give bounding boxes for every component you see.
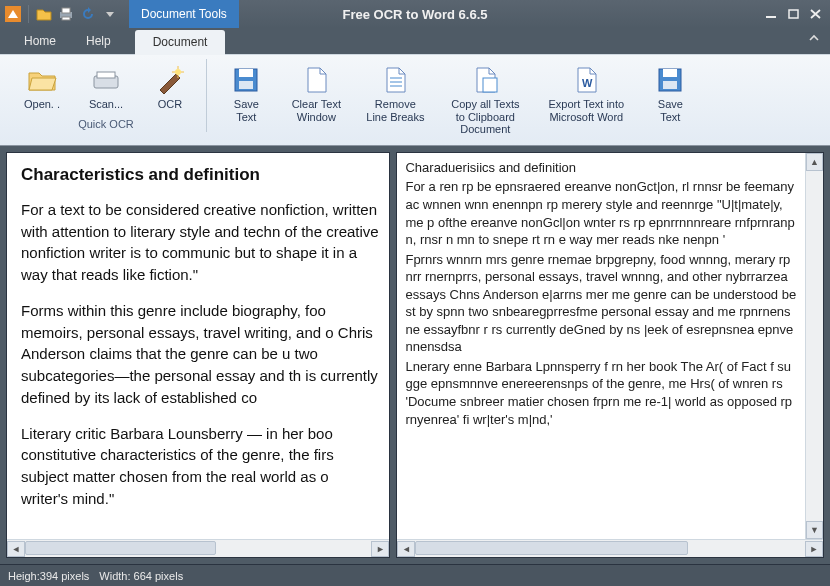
export-word-button[interactable]: W Export Text into Microsoft Word xyxy=(536,59,636,141)
doc-paragraph: Forms within this genre include biograph… xyxy=(21,300,379,409)
horizontal-scrollbar[interactable]: ◄ ► xyxy=(7,539,389,557)
clear-text-button[interactable]: Clear Text Window xyxy=(280,59,352,141)
copy-clipboard-label: Copy all Texts to Clipboard Document xyxy=(451,98,519,136)
ocr-label: OCR xyxy=(158,98,182,111)
export-word-label: Export Text into Microsoft Word xyxy=(549,98,625,123)
qat-print-icon[interactable] xyxy=(57,5,75,23)
scroll-left-icon[interactable]: ◄ xyxy=(397,541,415,557)
horizontal-scrollbar[interactable]: ◄ ► xyxy=(397,539,823,557)
svg-rect-11 xyxy=(239,81,253,89)
ocr-heading: Charaduerisiics and definition xyxy=(405,159,797,177)
svg-rect-10 xyxy=(239,69,253,77)
scroll-thumb[interactable] xyxy=(25,541,216,555)
scan-button[interactable]: Scan... xyxy=(76,59,136,116)
clipboard-icon xyxy=(469,64,501,96)
save-icon xyxy=(230,64,262,96)
vertical-scrollbar[interactable]: ▲ ▼ xyxy=(805,153,823,539)
tab-help[interactable]: Help xyxy=(80,30,117,54)
save-text-button[interactable]: Save Text xyxy=(216,59,276,141)
source-image-pane: Characteristics and definition For a tex… xyxy=(6,152,390,558)
svg-rect-2 xyxy=(62,8,70,13)
word-doc-icon: W xyxy=(570,64,602,96)
scroll-up-icon[interactable]: ▲ xyxy=(806,153,823,171)
svg-rect-4 xyxy=(766,16,776,18)
save-text-label: Save Text xyxy=(234,98,259,123)
tab-home[interactable]: Home xyxy=(18,30,62,54)
close-button[interactable] xyxy=(808,7,824,21)
contextual-tab-group: Document Tools xyxy=(129,0,239,28)
content-area: Characteristics and definition For a tex… xyxy=(0,146,830,564)
save-text-label-2: Save Text xyxy=(658,98,683,123)
tab-document[interactable]: Document xyxy=(135,30,226,55)
doc-heading: Characteristics and definition xyxy=(21,165,379,185)
tab-row: Home Help Document xyxy=(0,28,830,54)
scan-label: Scan... xyxy=(89,98,123,111)
maximize-button[interactable] xyxy=(786,7,802,21)
status-height: Heigh:394 pixels xyxy=(8,570,89,582)
svg-rect-5 xyxy=(789,10,798,18)
remove-breaks-label: Remove Line Breaks xyxy=(366,98,424,123)
ocr-text-view[interactable]: Charaduerisiics and definition For a ren… xyxy=(397,153,805,539)
wand-icon xyxy=(154,64,186,96)
status-width: Width: 664 pixels xyxy=(99,570,183,582)
ocr-paragraph: For a ren rp be epnsraered ereanve nonGc… xyxy=(405,178,797,248)
doc-paragraph: Literary critic Barbara Lounsberry — in … xyxy=(21,423,379,510)
ocr-paragraph: Fprnrs wnnrn mrs genre rnemae brpgrepny,… xyxy=(405,251,797,356)
app-icon xyxy=(4,5,22,23)
qat-open-icon[interactable] xyxy=(35,5,53,23)
save-text-button-2[interactable]: Save Text xyxy=(640,59,700,141)
ribbon-group-quick-ocr: Open. . Scan... OCR Quick OCR xyxy=(6,59,207,132)
ribbon-group-text: Save Text Clear Text Window Remove Line … xyxy=(210,59,706,143)
svg-rect-16 xyxy=(663,81,677,89)
contextual-tab-label: Document Tools xyxy=(141,7,227,21)
qat-refresh-icon[interactable] xyxy=(79,5,97,23)
svg-rect-15 xyxy=(663,69,677,77)
doc-paragraph: For a text to be considered creative non… xyxy=(21,199,379,286)
save-icon xyxy=(654,64,686,96)
minimize-button[interactable] xyxy=(764,7,780,21)
folder-open-icon xyxy=(26,64,58,96)
ocr-button[interactable]: OCR xyxy=(140,59,200,116)
ocr-paragraph: Lnerary enne Barbara Lpnnsperry f rn her… xyxy=(405,358,797,428)
copy-clipboard-button[interactable]: Copy all Texts to Clipboard Document xyxy=(438,59,532,141)
svg-rect-7 xyxy=(97,72,115,78)
clear-text-label: Clear Text Window xyxy=(292,98,341,123)
page-blank-icon xyxy=(300,64,332,96)
scanner-icon xyxy=(90,64,122,96)
scroll-thumb[interactable] xyxy=(415,541,688,555)
scroll-right-icon[interactable]: ► xyxy=(805,541,823,557)
separator xyxy=(28,5,29,23)
status-bar: Heigh:394 pixels Width: 664 pixels xyxy=(0,564,830,586)
svg-point-8 xyxy=(175,69,181,75)
source-document-view[interactable]: Characteristics and definition For a tex… xyxy=(7,153,389,539)
scroll-right-icon[interactable]: ► xyxy=(371,541,389,557)
app-title: Free OCR to Word 6.6.5 xyxy=(343,7,488,22)
svg-rect-3 xyxy=(62,17,70,20)
ribbon-collapse-icon[interactable] xyxy=(808,32,820,44)
ribbon: Open. . Scan... OCR Quick OCR xyxy=(0,54,830,146)
page-lines-icon xyxy=(379,64,411,96)
svg-rect-12 xyxy=(483,78,497,92)
svg-text:W: W xyxy=(582,77,593,89)
scroll-left-icon[interactable]: ◄ xyxy=(7,541,25,557)
qat-dropdown-icon[interactable] xyxy=(101,5,119,23)
remove-line-breaks-button[interactable]: Remove Line Breaks xyxy=(356,59,434,141)
group-title-quick-ocr: Quick OCR xyxy=(12,118,200,130)
scroll-down-icon[interactable]: ▼ xyxy=(806,521,823,539)
ocr-text-pane: Charaduerisiics and definition For a ren… xyxy=(396,152,824,558)
open-label: Open. . xyxy=(24,98,60,111)
open-button[interactable]: Open. . xyxy=(12,59,72,116)
title-bar: Document Tools Free OCR to Word 6.6.5 xyxy=(0,0,830,28)
